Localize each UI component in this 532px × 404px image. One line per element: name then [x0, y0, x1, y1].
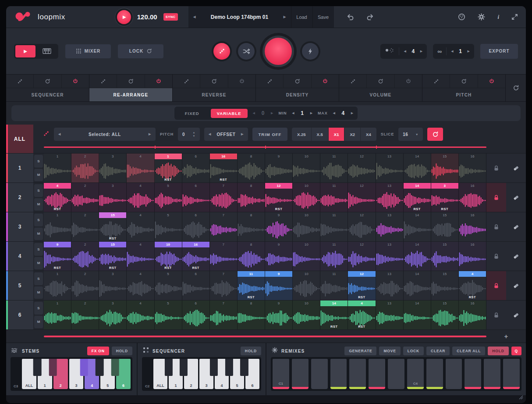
rate-x1-button[interactable]: X1: [329, 128, 345, 141]
erase-button[interactable]: [506, 242, 526, 271]
slice-cell[interactable]: 9: [265, 212, 293, 241]
loop-icon[interactable]: [450, 75, 478, 88]
loop-icon[interactable]: [34, 75, 61, 88]
slice-cell[interactable]: 2: [71, 154, 99, 182]
slice-cell[interactable]: 16: [459, 212, 486, 241]
slice-cell[interactable]: 4: [127, 300, 154, 329]
slice-cell[interactable]: 4: [127, 154, 154, 182]
slice-cell[interactable]: 6: [182, 271, 210, 300]
loop-icon[interactable]: [117, 75, 145, 88]
power-icon[interactable]: [312, 75, 339, 88]
remix-key[interactable]: [388, 359, 404, 389]
slice-cell[interactable]: 4RST: [348, 300, 376, 329]
piano-key-black[interactable]: [210, 359, 218, 376]
dice-icon[interactable]: [89, 75, 117, 88]
slice-cell[interactable]: 16RST: [182, 242, 210, 271]
slice-cell[interactable]: 14: [404, 154, 431, 182]
add-button[interactable]: +: [486, 332, 526, 340]
remix-key[interactable]: [484, 359, 500, 389]
slice-cell[interactable]: 1: [44, 212, 71, 241]
lock-button[interactable]: LOCK: [118, 44, 163, 58]
undo-button[interactable]: [346, 14, 355, 20]
stems-hold-button[interactable]: HOLD: [112, 347, 132, 355]
slice-cell[interactable]: 11: [320, 271, 348, 300]
slice-cell[interactable]: 11: [320, 183, 348, 212]
slice-cell[interactable]: 14: [404, 212, 431, 241]
mute-button[interactable]: M: [34, 316, 43, 329]
randomize-button[interactable]: [213, 43, 230, 60]
slice-cell[interactable]: 9: [265, 300, 293, 329]
slice-cell[interactable]: 10: [293, 154, 320, 182]
trigger-button[interactable]: [302, 43, 319, 60]
slice-cell[interactable]: 2: [71, 242, 99, 271]
save-button[interactable]: Save: [313, 6, 334, 28]
dice-icon[interactable]: [43, 130, 50, 139]
slice-cell[interactable]: 1: [44, 300, 71, 329]
slice-cell[interactable]: 11RST: [238, 271, 265, 300]
slice-cell[interactable]: 5: [155, 212, 182, 241]
rate-x-5-button[interactable]: X.5: [312, 128, 329, 141]
slice-cell[interactable]: 2: [71, 183, 99, 212]
slice-cell[interactable]: 15RST: [99, 242, 127, 271]
slice-cell[interactable]: 3: [99, 183, 127, 212]
slice-count-dropdown[interactable]: 16 ▼: [398, 128, 423, 141]
select-all-button[interactable]: ALL: [6, 125, 33, 153]
dice-icon[interactable]: [173, 75, 200, 88]
slice-cell[interactable]: 2: [71, 212, 99, 241]
slice-cell[interactable]: 14: [404, 271, 431, 300]
remix-key[interactable]: [330, 359, 347, 389]
solo-button[interactable]: S: [34, 184, 43, 197]
slice-cell[interactable]: 13: [376, 154, 404, 182]
slice-cell[interactable]: 10: [293, 242, 320, 271]
resize-icon[interactable]: [511, 14, 518, 20]
lock-button[interactable]: [486, 271, 506, 300]
power-icon[interactable]: [478, 75, 505, 88]
slice-cell[interactable]: 14: [404, 242, 431, 271]
slice-cell[interactable]: 10: [293, 271, 320, 300]
remix-key[interactable]: [503, 359, 520, 389]
slice-cell[interactable]: 14: [404, 300, 431, 329]
piano-key-black[interactable]: [49, 359, 57, 376]
slice-cell[interactable]: 12RST: [348, 271, 376, 300]
variable-mode-button[interactable]: VARIABLE: [211, 109, 248, 118]
slice-cell[interactable]: 16: [459, 242, 486, 271]
slice-cell[interactable]: 2: [71, 271, 99, 300]
loop-view-button[interactable]: ▶: [15, 45, 35, 57]
slice-cell[interactable]: 10: [293, 212, 320, 241]
slice-cell[interactable]: 1: [44, 271, 71, 300]
preset-prev-button[interactable]: ◀: [188, 6, 201, 28]
rate-x2-button[interactable]: X2: [344, 128, 361, 141]
slice-cell[interactable]: 16: [459, 300, 486, 329]
pitch-stepper[interactable]: ▲▼: [192, 131, 195, 137]
min-increment-button[interactable]: ▶: [310, 111, 312, 115]
slice-cell[interactable]: 3: [99, 300, 127, 329]
slice-cell[interactable]: 13: [376, 242, 404, 271]
tab-pitch[interactable]: PITCH: [422, 88, 505, 101]
dice-icon[interactable]: [422, 75, 450, 88]
power-icon[interactable]: [145, 75, 172, 88]
piano-view-button[interactable]: [37, 45, 57, 57]
slice-cell[interactable]: 7: [210, 212, 238, 241]
remix-key[interactable]: [292, 359, 309, 389]
piano-key-black[interactable]: [80, 359, 88, 376]
power-icon[interactable]: [228, 75, 255, 88]
resize-grip-icon[interactable]: [518, 393, 523, 401]
slice-cell[interactable]: 10RST: [155, 242, 182, 271]
piano-key-black[interactable]: [180, 359, 188, 376]
slice-cell[interactable]: 10: [293, 183, 320, 212]
slice-cell[interactable]: 8: [238, 212, 265, 241]
lock-button[interactable]: [486, 154, 506, 182]
slice-cell[interactable]: 4: [127, 183, 154, 212]
slice-cell[interactable]: 15RST: [99, 212, 127, 241]
play-button[interactable]: ▶: [117, 10, 131, 24]
shuffle-button[interactable]: [238, 43, 255, 60]
tab-density[interactable]: DENSITY: [256, 88, 339, 101]
selected-next-button[interactable]: ▶: [149, 132, 151, 136]
lock-button[interactable]: [486, 212, 506, 241]
remix-hold-button[interactable]: HOLD: [488, 347, 508, 355]
max-decrement-button[interactable]: ◀: [333, 111, 335, 115]
remix-move-button[interactable]: MOVE: [379, 347, 400, 355]
slice-cell[interactable]: 13: [376, 300, 404, 329]
tab-reverse[interactable]: REVERSE: [173, 88, 255, 101]
slice-cell[interactable]: 6: [182, 183, 210, 212]
